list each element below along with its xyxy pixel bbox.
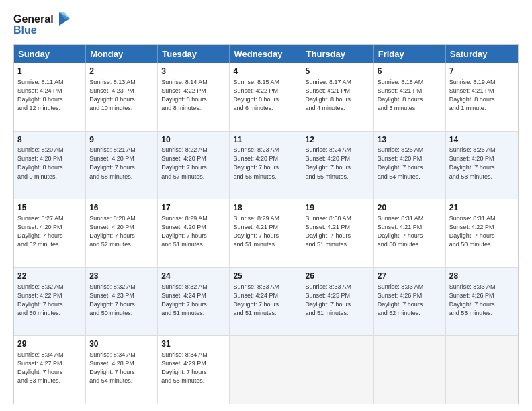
calendar-header: SundayMondayTuesdayWednesdayThursdayFrid… — [14, 45, 518, 63]
day-cell-9: 9Sunrise: 8:21 AMSunset: 4:20 PMDaylight… — [86, 132, 158, 199]
day-number: 14 — [449, 134, 515, 146]
day-info: Sunrise: 8:11 AMSunset: 4:24 PMDaylight:… — [17, 78, 82, 113]
day-info: Sunrise: 8:15 AMSunset: 4:22 PMDaylight:… — [233, 78, 298, 113]
day-number: 25 — [233, 271, 298, 282]
day-info: Sunrise: 8:17 AMSunset: 4:21 PMDaylight:… — [306, 78, 370, 113]
day-number: 11 — [233, 134, 298, 146]
day-number: 5 — [306, 66, 370, 77]
day-cell-16: 16Sunrise: 8:28 AMSunset: 4:20 PMDayligh… — [86, 199, 158, 267]
day-number: 23 — [89, 271, 154, 282]
header: General Blue — [13, 11, 519, 39]
day-number: 22 — [17, 271, 82, 282]
day-number: 1 — [17, 66, 82, 77]
day-number: 27 — [378, 271, 442, 282]
day-cell-27: 27Sunrise: 8:33 AMSunset: 4:26 PMDayligh… — [374, 268, 446, 336]
day-number: 31 — [161, 338, 226, 350]
day-number: 18 — [233, 202, 298, 214]
day-info: Sunrise: 8:26 AMSunset: 4:20 PMDaylight:… — [449, 146, 515, 181]
day-info: Sunrise: 8:27 AMSunset: 4:20 PMDaylight:… — [17, 214, 82, 249]
empty-cell — [374, 336, 446, 404]
logo-svg: General Blue — [13, 11, 74, 39]
day-cell-31: 31Sunrise: 8:34 AMSunset: 4:29 PMDayligh… — [158, 336, 230, 404]
day-cell-10: 10Sunrise: 8:22 AMSunset: 4:20 PMDayligh… — [158, 132, 230, 199]
week-row-2: 15Sunrise: 8:27 AMSunset: 4:20 PMDayligh… — [14, 199, 518, 268]
day-number: 9 — [89, 134, 154, 146]
header-day-saturday: Saturday — [446, 45, 518, 63]
day-number: 21 — [449, 202, 515, 214]
header-day-sunday: Sunday — [14, 45, 86, 63]
day-number: 8 — [17, 134, 82, 146]
svg-text:Blue: Blue — [13, 24, 37, 36]
day-cell-19: 19Sunrise: 8:30 AMSunset: 4:21 PMDayligh… — [302, 199, 374, 267]
day-info: Sunrise: 8:34 AMSunset: 4:29 PMDaylight:… — [161, 351, 226, 385]
day-info: Sunrise: 8:25 AMSunset: 4:20 PMDaylight:… — [378, 146, 442, 181]
day-cell-21: 21Sunrise: 8:31 AMSunset: 4:22 PMDayligh… — [446, 199, 518, 267]
day-cell-5: 5Sunrise: 8:17 AMSunset: 4:21 PMDaylight… — [302, 63, 374, 131]
calendar: SundayMondayTuesdayWednesdayThursdayFrid… — [13, 44, 519, 404]
logo: General Blue — [13, 11, 74, 39]
day-info: Sunrise: 8:23 AMSunset: 4:20 PMDaylight:… — [233, 146, 298, 181]
day-cell-6: 6Sunrise: 8:18 AMSunset: 4:21 PMDaylight… — [374, 63, 446, 131]
day-number: 20 — [378, 202, 442, 214]
header-day-tuesday: Tuesday — [158, 45, 230, 63]
day-info: Sunrise: 8:28 AMSunset: 4:20 PMDaylight:… — [89, 214, 154, 249]
day-cell-4: 4Sunrise: 8:15 AMSunset: 4:22 PMDaylight… — [230, 63, 302, 131]
day-number: 12 — [306, 134, 370, 146]
day-info: Sunrise: 8:32 AMSunset: 4:22 PMDaylight:… — [17, 283, 82, 318]
day-info: Sunrise: 8:14 AMSunset: 4:22 PMDaylight:… — [161, 78, 226, 113]
day-info: Sunrise: 8:33 AMSunset: 4:25 PMDaylight:… — [306, 283, 370, 318]
day-info: Sunrise: 8:34 AMSunset: 4:28 PMDaylight:… — [89, 351, 154, 385]
header-day-friday: Friday — [374, 45, 446, 63]
svg-text:General: General — [13, 13, 54, 25]
day-cell-22: 22Sunrise: 8:32 AMSunset: 4:22 PMDayligh… — [14, 268, 86, 336]
day-number: 29 — [17, 338, 82, 350]
calendar-body: 1Sunrise: 8:11 AMSunset: 4:24 PMDaylight… — [14, 63, 518, 404]
day-cell-2: 2Sunrise: 8:13 AMSunset: 4:23 PMDaylight… — [86, 63, 158, 131]
header-day-wednesday: Wednesday — [230, 45, 302, 63]
empty-cell — [230, 336, 302, 404]
day-number: 3 — [161, 66, 226, 77]
day-number: 7 — [449, 66, 515, 77]
header-day-thursday: Thursday — [302, 45, 374, 63]
day-number: 16 — [89, 202, 154, 214]
day-number: 19 — [306, 202, 370, 214]
day-info: Sunrise: 8:20 AMSunset: 4:20 PMDaylight:… — [17, 146, 82, 181]
day-info: Sunrise: 8:29 AMSunset: 4:20 PMDaylight:… — [161, 214, 226, 249]
day-cell-1: 1Sunrise: 8:11 AMSunset: 4:24 PMDaylight… — [14, 63, 86, 131]
day-number: 13 — [378, 134, 442, 146]
day-number: 17 — [161, 202, 226, 214]
day-cell-11: 11Sunrise: 8:23 AMSunset: 4:20 PMDayligh… — [230, 132, 302, 199]
week-row-4: 29Sunrise: 8:34 AMSunset: 4:27 PMDayligh… — [14, 336, 518, 404]
day-number: 10 — [161, 134, 226, 146]
day-info: Sunrise: 8:18 AMSunset: 4:21 PMDaylight:… — [378, 78, 442, 113]
day-info: Sunrise: 8:22 AMSunset: 4:20 PMDaylight:… — [161, 146, 226, 181]
day-cell-18: 18Sunrise: 8:29 AMSunset: 4:21 PMDayligh… — [230, 199, 302, 267]
day-number: 28 — [449, 271, 515, 282]
day-cell-3: 3Sunrise: 8:14 AMSunset: 4:22 PMDaylight… — [158, 63, 230, 131]
day-info: Sunrise: 8:24 AMSunset: 4:20 PMDaylight:… — [306, 146, 370, 181]
day-cell-12: 12Sunrise: 8:24 AMSunset: 4:20 PMDayligh… — [302, 132, 374, 199]
day-cell-8: 8Sunrise: 8:20 AMSunset: 4:20 PMDaylight… — [14, 132, 86, 199]
day-cell-15: 15Sunrise: 8:27 AMSunset: 4:20 PMDayligh… — [14, 199, 86, 267]
page: General Blue SundayMondayTuesdayWednesda… — [0, 0, 532, 411]
day-info: Sunrise: 8:31 AMSunset: 4:21 PMDaylight:… — [378, 214, 442, 249]
day-cell-26: 26Sunrise: 8:33 AMSunset: 4:25 PMDayligh… — [302, 268, 374, 336]
day-info: Sunrise: 8:34 AMSunset: 4:27 PMDaylight:… — [17, 351, 82, 385]
day-info: Sunrise: 8:13 AMSunset: 4:23 PMDaylight:… — [89, 78, 154, 113]
day-cell-29: 29Sunrise: 8:34 AMSunset: 4:27 PMDayligh… — [14, 336, 86, 404]
day-cell-25: 25Sunrise: 8:33 AMSunset: 4:24 PMDayligh… — [230, 268, 302, 336]
day-info: Sunrise: 8:31 AMSunset: 4:22 PMDaylight:… — [449, 214, 515, 249]
empty-cell — [302, 336, 374, 404]
day-info: Sunrise: 8:33 AMSunset: 4:26 PMDaylight:… — [378, 283, 442, 318]
day-number: 2 — [89, 66, 154, 77]
day-number: 15 — [17, 202, 82, 214]
empty-cell — [446, 336, 518, 404]
day-cell-20: 20Sunrise: 8:31 AMSunset: 4:21 PMDayligh… — [374, 199, 446, 267]
day-info: Sunrise: 8:19 AMSunset: 4:21 PMDaylight:… — [449, 78, 515, 113]
day-cell-13: 13Sunrise: 8:25 AMSunset: 4:20 PMDayligh… — [374, 132, 446, 199]
week-row-1: 8Sunrise: 8:20 AMSunset: 4:20 PMDaylight… — [14, 132, 518, 200]
day-cell-17: 17Sunrise: 8:29 AMSunset: 4:20 PMDayligh… — [158, 199, 230, 267]
day-info: Sunrise: 8:29 AMSunset: 4:21 PMDaylight:… — [233, 214, 298, 249]
day-info: Sunrise: 8:33 AMSunset: 4:24 PMDaylight:… — [233, 283, 298, 318]
day-number: 6 — [378, 66, 442, 77]
